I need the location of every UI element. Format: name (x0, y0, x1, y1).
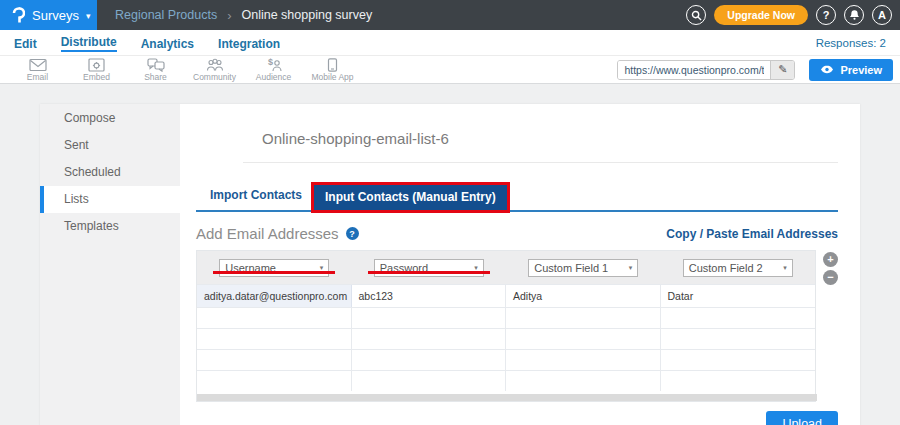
table-row-empty (197, 349, 815, 370)
empty-cell[interactable] (661, 371, 816, 391)
empty-cell[interactable] (506, 350, 661, 370)
empty-cell[interactable] (352, 329, 507, 349)
edit-url-button[interactable]: ✎ (770, 61, 794, 79)
custom-field-1-cell[interactable]: Aditya (506, 285, 661, 307)
contacts-table-zone: Username ▾ Password ▾ (196, 250, 838, 402)
upload-button[interactable]: Upload (766, 411, 838, 425)
password-column-select[interactable]: Password ▾ (374, 259, 484, 277)
sidebar-item-compose[interactable]: Compose (40, 105, 180, 132)
select-value: Custom Field 2 (689, 262, 763, 274)
toolbar-item-label: Email (27, 72, 48, 82)
topbar-actions: Upgrade Now ? A (686, 5, 900, 25)
breadcrumb-separator-icon: › (227, 8, 231, 23)
upgrade-now-button[interactable]: Upgrade Now (714, 5, 808, 25)
preview-label: Preview (840, 64, 882, 76)
audience-icon: $ (265, 58, 283, 72)
table-row-empty (197, 307, 815, 328)
svg-text:$: $ (268, 58, 273, 67)
bell-icon (849, 9, 860, 21)
add-row-button[interactable]: + (823, 252, 838, 267)
list-content: Online-shopping-email-list-6 Import Cont… (180, 104, 860, 425)
remove-row-button[interactable]: − (823, 270, 838, 285)
annotation-underline-username (213, 271, 335, 274)
custom-field-2-cell[interactable]: Datar (661, 285, 816, 307)
share-icon (147, 58, 165, 72)
toolbar-item-label: Mobile App (311, 72, 353, 82)
username-column-select[interactable]: Username ▾ (219, 259, 329, 277)
embed-icon (88, 58, 105, 72)
empty-cell[interactable] (661, 350, 816, 370)
surveys-product-menu[interactable]: Surveys ▾ (0, 0, 97, 30)
avatar[interactable]: A (872, 5, 892, 25)
survey-url-input[interactable] (618, 61, 770, 79)
survey-nav-bar: Edit Distribute Analytics Integration Re… (0, 30, 900, 55)
sidebar-item-lists[interactable]: Lists (40, 186, 180, 213)
horizontal-scrollbar[interactable] (197, 394, 817, 401)
distribute-toolbar: Email Embed Share Community $ (0, 55, 900, 84)
notifications-button[interactable] (844, 5, 864, 25)
custom-field-2-column-select[interactable]: Custom Field 2 ▾ (683, 259, 793, 277)
empty-cell[interactable] (352, 308, 507, 328)
empty-cell[interactable] (661, 308, 816, 328)
sidebar-item-templates[interactable]: Templates (40, 213, 180, 240)
help-button[interactable]: ? (816, 5, 836, 25)
breadcrumb: Regional Products › Online shopping surv… (115, 8, 372, 23)
column-header-cell: Custom Field 2 ▾ (661, 259, 816, 277)
empty-cell[interactable] (352, 371, 507, 391)
toolbar-item-email[interactable]: Email (8, 57, 67, 82)
add-emails-header-row: Add Email Addresses ? Copy / Paste Email… (196, 225, 838, 242)
toolbar-item-audience[interactable]: $ Audience (244, 57, 303, 82)
copy-paste-emails-link[interactable]: Copy / Paste Email Addresses (666, 227, 838, 241)
help-tooltip-icon[interactable]: ? (346, 227, 359, 240)
chevron-down-icon: ▾ (629, 264, 633, 272)
toolbar-item-label: Audience (256, 72, 291, 82)
annotation-underline-password (368, 271, 490, 274)
email-icon (29, 58, 47, 72)
empty-cell[interactable] (197, 329, 352, 349)
empty-cell[interactable] (197, 350, 352, 370)
nav-tab-integration[interactable]: Integration (218, 35, 280, 51)
empty-cell[interactable] (506, 329, 661, 349)
empty-cell[interactable] (661, 329, 816, 349)
empty-cell[interactable] (506, 371, 661, 391)
email-cell[interactable]: aditya.datar@questionpro.com (197, 285, 352, 307)
responses-count[interactable]: Responses: 2 (816, 37, 886, 49)
contacts-grid-header: Username ▾ Password ▾ (197, 251, 815, 284)
toolbar-item-share[interactable]: Share (126, 57, 185, 82)
sidebar-item-sent[interactable]: Sent (40, 132, 180, 159)
breadcrumb-folder[interactable]: Regional Products (115, 8, 217, 22)
select-value: Custom Field 1 (534, 262, 608, 274)
toolbar-item-label: Community (193, 72, 236, 82)
lists-panel: Compose Sent Scheduled Lists Templates O… (40, 104, 860, 425)
empty-cell[interactable] (197, 308, 352, 328)
contacts-tabs: Import Contacts Input Contacts (Manual E… (196, 182, 838, 212)
custom-field-1-column-select[interactable]: Custom Field 1 ▾ (528, 259, 638, 277)
search-button[interactable] (686, 5, 706, 25)
preview-button[interactable]: Preview (809, 59, 893, 81)
empty-cell[interactable] (352, 350, 507, 370)
empty-cell[interactable] (506, 308, 661, 328)
toolbar-item-embed[interactable]: Embed (67, 57, 126, 82)
table-row: aditya.datar@questionpro.com abc123 Adit… (197, 284, 815, 307)
tab-input-contacts-manual-entry[interactable]: Input Contacts (Manual Entry) (311, 182, 510, 213)
contacts-grid: Username ▾ Password ▾ (196, 250, 816, 402)
column-header-cell: Custom Field 1 ▾ (506, 259, 661, 277)
chevron-down-icon: ▾ (783, 264, 787, 272)
survey-url-group: ✎ (617, 60, 795, 80)
empty-cell[interactable] (197, 371, 352, 391)
email-sidebar: Compose Sent Scheduled Lists Templates (40, 104, 180, 425)
breadcrumb-survey-name: Online shopping survey (242, 8, 373, 22)
nav-tab-distribute[interactable]: Distribute (61, 33, 117, 52)
table-row-empty (197, 370, 815, 391)
nav-tab-analytics[interactable]: Analytics (141, 35, 194, 51)
nav-tab-edit[interactable]: Edit (14, 35, 37, 51)
sidebar-item-scheduled[interactable]: Scheduled (40, 159, 180, 186)
questionpro-logo-icon (12, 7, 25, 24)
top-bar: Surveys ▾ Regional Products › Online sho… (0, 0, 900, 30)
password-cell[interactable]: abc123 (352, 285, 507, 307)
toolbar-item-mobile-app[interactable]: Mobile App (303, 57, 362, 82)
upload-row: Upload (196, 411, 838, 425)
tab-import-contacts[interactable]: Import Contacts (196, 182, 311, 210)
product-menu-label: Surveys (32, 8, 79, 23)
toolbar-item-community[interactable]: Community (185, 57, 244, 82)
